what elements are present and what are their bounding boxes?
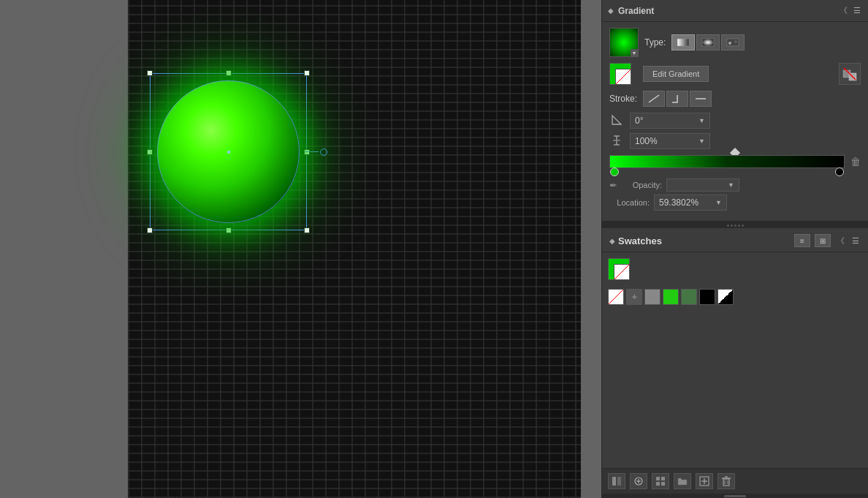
gradient-double-left-arrow[interactable]: 《 [838,4,849,17]
svg-rect-23 [656,482,660,486]
rotation-handle[interactable] [304,148,327,156]
selected-swatch-overlay[interactable] [614,264,630,280]
swatches-footer [602,468,868,494]
grip-dot-5 [742,225,744,227]
swatches-collapse-icon[interactable]: ◆ [609,237,615,245]
scale-row: 100% ▼ [609,133,861,149]
footer-folder-btn[interactable] [674,473,691,489]
gradient-title-row: ◆ Gradient [608,6,654,16]
angle-dropdown[interactable]: 0° ▼ [630,113,710,129]
scale-icon [609,135,624,148]
swap-icon-wrapper [839,63,861,85]
opacity-row: ✒ Opacity: ▼ [609,178,861,192]
selected-swatch-stack [608,258,634,284]
scale-dropdown-arrow: ▼ [698,137,705,145]
rotation-line [304,151,319,152]
svg-point-4 [734,40,737,43]
swatch-item-gray[interactable] [644,289,660,305]
stroke-buttons [643,91,712,107]
swatches-selected-row [608,258,862,284]
gradient-stop-right[interactable] [835,167,844,176]
delete-stop-icon[interactable]: 🗑 [850,156,861,167]
scale-dropdown[interactable]: 100% ▼ [630,133,710,149]
location-label: Location: [609,198,650,207]
grip-dot-4 [738,225,740,227]
opacity-dropdown[interactable]: ▼ [666,178,739,192]
eyedropper-icon[interactable]: ✒ [609,180,617,191]
footer-libraries-btn[interactable] [608,473,625,489]
footer-delete-swatch-btn[interactable] [717,473,735,489]
handle-top-right[interactable] [304,70,310,76]
swatches-menu-icon[interactable]: ☰ [850,235,861,246]
right-panel: ◆ Gradient 《 ☰ ▼ Type: [601,0,868,498]
swatch-item-white-black[interactable] [717,289,734,305]
stroke-btn-3[interactable] [690,91,712,107]
swatches-list-view-btn[interactable]: ≡ [794,234,810,247]
thumb-dropdown-arrow[interactable]: ▼ [631,49,638,56]
svg-rect-24 [661,482,665,486]
gradient-thumb-wrapper: ▼ [609,28,639,57]
location-row: Location: 59.3802% ▼ [609,195,861,211]
gradient-bar-container: 🗑 [609,155,861,168]
footer-new-swatch-btn[interactable] [696,473,713,489]
type-label: Type: [644,37,666,48]
handle-top-center[interactable] [226,70,232,76]
swatch-item-green[interactable] [663,289,679,305]
swatches-scroll-indicator [724,495,746,497]
svg-rect-21 [656,477,660,480]
gradient-panel-header: ◆ Gradient 《 ☰ [602,0,868,22]
angle-icon [609,114,624,128]
rotation-circle[interactable] [320,148,327,156]
grip-dot-2 [731,225,733,227]
opacity-dropdown-arrow: ▼ [728,181,734,189]
edit-gradient-wrapper: Edit Gradient [643,66,709,82]
swap-colors-icon[interactable] [839,63,861,85]
type-btn-linear[interactable] [671,34,695,50]
swatches-grid: ✛ [608,289,862,305]
handle-bottom-center[interactable] [226,227,232,233]
fill-color-stack [609,63,631,85]
footer-swatch-group-btn[interactable] [652,473,669,489]
swatch-item-black[interactable] [699,289,715,305]
swatch-item-none[interactable] [608,289,624,305]
swatches-double-left-arrow[interactable]: 《 [835,235,846,247]
gradient-collapse-icon[interactable]: ◆ [608,7,614,15]
gradient-bar[interactable] [609,155,845,168]
gradient-body: ▼ Type: [602,22,868,221]
svg-rect-1 [702,39,714,46]
type-btn-freeform[interactable] [721,34,745,50]
gradient-menu-icon[interactable]: ☰ [852,5,862,16]
footer-import-btn[interactable] [630,473,647,489]
stroke-btn-1[interactable] [643,91,665,107]
color-edit-row: Edit Gradient [609,63,861,85]
swatch-item-registration[interactable]: ✛ [626,289,642,305]
edit-gradient-button[interactable]: Edit Gradient [643,66,709,82]
swatch-item-green-dark[interactable] [681,289,697,305]
handle-top-left[interactable] [147,70,153,76]
gradient-stop-left[interactable] [610,167,619,176]
angle-row: 0° ▼ [609,113,861,129]
resize-grip[interactable] [602,222,868,228]
gradient-bar-wrapper [609,155,845,168]
location-dropdown-arrow: ▼ [715,199,722,206]
stroke-color-swatch-overlay[interactable] [615,69,631,85]
svg-rect-28 [723,479,729,486]
sphere-outline [157,80,300,223]
gradient-preview-thumb[interactable]: ▼ [609,28,639,57]
handle-bottom-left[interactable] [147,227,153,233]
swatches-bottom-grip[interactable] [602,494,868,498]
swatches-grid-view-btn[interactable]: ⊞ [815,234,831,247]
type-btn-radial[interactable] [696,34,720,50]
gradient-panel: ◆ Gradient 《 ☰ ▼ Type: [602,0,868,222]
svg-rect-16 [612,477,616,486]
type-row: ▼ Type: [609,28,861,57]
handle-mid-left[interactable] [147,149,153,155]
selection-area[interactable] [150,73,307,230]
gradient-bar-row: 🗑 [609,155,861,168]
swatches-panel: ◆ Swatches ≡ ⊞ 《 ☰ [602,228,868,498]
handle-bottom-right[interactable] [304,227,310,233]
swatches-body: ✛ [602,252,868,468]
svg-line-8 [649,95,659,102]
stroke-btn-2[interactable] [666,91,688,107]
location-dropdown[interactable]: 59.3802% ▼ [654,195,727,211]
